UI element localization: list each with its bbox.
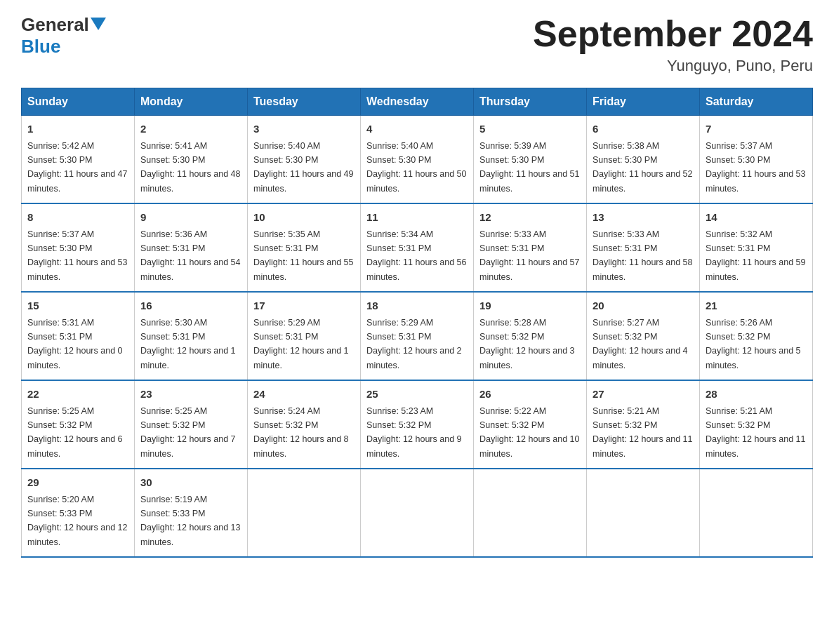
calendar-table: SundayMondayTuesdayWednesdayThursdayFrid…: [21, 88, 813, 558]
calendar-cell: 13Sunrise: 5:33 AMSunset: 5:31 PMDayligh…: [587, 203, 700, 292]
calendar-cell: 15Sunrise: 5:31 AMSunset: 5:31 PMDayligh…: [22, 292, 135, 380]
calendar-cell: [248, 469, 361, 557]
day-number: 30: [140, 475, 241, 491]
calendar-cell: 8Sunrise: 5:37 AMSunset: 5:30 PMDaylight…: [22, 203, 135, 292]
calendar-week-row: 15Sunrise: 5:31 AMSunset: 5:31 PMDayligh…: [22, 292, 813, 380]
calendar-cell: [587, 469, 700, 557]
day-info: Sunrise: 5:25 AMSunset: 5:32 PMDaylight:…: [27, 406, 123, 459]
calendar-cell: 21Sunrise: 5:26 AMSunset: 5:32 PMDayligh…: [700, 292, 813, 380]
calendar-cell: 18Sunrise: 5:29 AMSunset: 5:31 PMDayligh…: [361, 292, 474, 380]
day-number: 22: [27, 387, 128, 403]
calendar-cell: 20Sunrise: 5:27 AMSunset: 5:32 PMDayligh…: [587, 292, 700, 380]
header-monday: Monday: [135, 88, 248, 116]
calendar-cell: 2Sunrise: 5:41 AMSunset: 5:30 PMDaylight…: [135, 116, 248, 204]
day-number: 24: [253, 387, 355, 403]
calendar-cell: 1Sunrise: 5:42 AMSunset: 5:30 PMDaylight…: [22, 116, 135, 204]
header-saturday: Saturday: [700, 88, 813, 116]
day-number: 2: [140, 121, 241, 137]
calendar-cell: 29Sunrise: 5:20 AMSunset: 5:33 PMDayligh…: [22, 469, 135, 557]
title-section: September 2024 Yunguyo, Puno, Peru: [533, 14, 813, 75]
day-info: Sunrise: 5:22 AMSunset: 5:32 PMDaylight:…: [479, 406, 579, 459]
day-info: Sunrise: 5:25 AMSunset: 5:32 PMDaylight:…: [140, 406, 236, 459]
day-info: Sunrise: 5:19 AMSunset: 5:33 PMDaylight:…: [140, 495, 240, 547]
calendar-header-row: SundayMondayTuesdayWednesdayThursdayFrid…: [22, 88, 813, 116]
day-number: 6: [593, 121, 694, 137]
day-info: Sunrise: 5:37 AMSunset: 5:30 PMDaylight:…: [706, 141, 805, 194]
day-number: 25: [366, 387, 468, 403]
day-number: 23: [140, 387, 241, 403]
day-number: 3: [253, 121, 355, 137]
day-number: 1: [27, 121, 128, 137]
day-number: 27: [593, 387, 694, 403]
calendar-cell: 16Sunrise: 5:30 AMSunset: 5:31 PMDayligh…: [135, 292, 248, 380]
day-number: 28: [706, 387, 807, 403]
calendar-cell: 22Sunrise: 5:25 AMSunset: 5:32 PMDayligh…: [22, 380, 135, 469]
calendar-cell: 6Sunrise: 5:38 AMSunset: 5:30 PMDaylight…: [587, 116, 700, 204]
day-number: 16: [140, 298, 241, 314]
day-info: Sunrise: 5:27 AMSunset: 5:32 PMDaylight:…: [593, 318, 688, 370]
logo-blue-text: Blue: [21, 36, 60, 57]
calendar-week-row: 29Sunrise: 5:20 AMSunset: 5:33 PMDayligh…: [22, 469, 813, 557]
day-info: Sunrise: 5:40 AMSunset: 5:30 PMDaylight:…: [253, 141, 353, 194]
header-tuesday: Tuesday: [248, 88, 361, 116]
day-info: Sunrise: 5:34 AMSunset: 5:31 PMDaylight:…: [366, 229, 466, 282]
header-sunday: Sunday: [22, 88, 135, 116]
calendar-cell: 27Sunrise: 5:21 AMSunset: 5:32 PMDayligh…: [587, 380, 700, 469]
calendar-cell: 9Sunrise: 5:36 AMSunset: 5:31 PMDaylight…: [135, 203, 248, 292]
day-info: Sunrise: 5:28 AMSunset: 5:32 PMDaylight:…: [479, 318, 575, 370]
day-info: Sunrise: 5:29 AMSunset: 5:31 PMDaylight:…: [366, 318, 462, 370]
day-info: Sunrise: 5:24 AMSunset: 5:32 PMDaylight:…: [253, 406, 349, 459]
day-number: 4: [366, 121, 468, 137]
day-number: 14: [706, 210, 807, 226]
day-info: Sunrise: 5:32 AMSunset: 5:31 PMDaylight:…: [706, 229, 805, 282]
day-number: 19: [479, 298, 581, 314]
header-thursday: Thursday: [474, 88, 587, 116]
logo-triangle-icon: [91, 18, 106, 33]
calendar-week-row: 1Sunrise: 5:42 AMSunset: 5:30 PMDaylight…: [22, 116, 813, 204]
logo: General Blue: [21, 14, 106, 58]
day-info: Sunrise: 5:42 AMSunset: 5:30 PMDaylight:…: [27, 141, 127, 194]
day-info: Sunrise: 5:29 AMSunset: 5:31 PMDaylight:…: [253, 318, 349, 370]
day-info: Sunrise: 5:40 AMSunset: 5:30 PMDaylight:…: [366, 141, 466, 194]
day-info: Sunrise: 5:21 AMSunset: 5:32 PMDaylight:…: [593, 406, 692, 459]
day-info: Sunrise: 5:37 AMSunset: 5:30 PMDaylight:…: [27, 229, 127, 282]
day-info: Sunrise: 5:31 AMSunset: 5:31 PMDaylight:…: [27, 318, 123, 370]
day-info: Sunrise: 5:41 AMSunset: 5:30 PMDaylight:…: [140, 141, 240, 194]
calendar-cell: [474, 469, 587, 557]
calendar-title: September 2024: [533, 14, 813, 54]
svg-marker-0: [91, 18, 106, 30]
day-number: 5: [479, 121, 581, 137]
day-number: 11: [366, 210, 468, 226]
day-info: Sunrise: 5:38 AMSunset: 5:30 PMDaylight:…: [593, 141, 692, 194]
calendar-week-row: 8Sunrise: 5:37 AMSunset: 5:30 PMDaylight…: [22, 203, 813, 292]
day-info: Sunrise: 5:20 AMSunset: 5:33 PMDaylight:…: [27, 495, 127, 547]
calendar-cell: 11Sunrise: 5:34 AMSunset: 5:31 PMDayligh…: [361, 203, 474, 292]
page-header: General Blue September 2024 Yunguyo, Pun…: [21, 14, 813, 75]
calendar-cell: 23Sunrise: 5:25 AMSunset: 5:32 PMDayligh…: [135, 380, 248, 469]
calendar-cell: 30Sunrise: 5:19 AMSunset: 5:33 PMDayligh…: [135, 469, 248, 557]
calendar-cell: 10Sunrise: 5:35 AMSunset: 5:31 PMDayligh…: [248, 203, 361, 292]
calendar-cell: 17Sunrise: 5:29 AMSunset: 5:31 PMDayligh…: [248, 292, 361, 380]
calendar-cell: [700, 469, 813, 557]
day-info: Sunrise: 5:26 AMSunset: 5:32 PMDaylight:…: [706, 318, 801, 370]
day-info: Sunrise: 5:36 AMSunset: 5:31 PMDaylight:…: [140, 229, 240, 282]
calendar-cell: 7Sunrise: 5:37 AMSunset: 5:30 PMDaylight…: [700, 116, 813, 204]
calendar-cell: 24Sunrise: 5:24 AMSunset: 5:32 PMDayligh…: [248, 380, 361, 469]
calendar-cell: 4Sunrise: 5:40 AMSunset: 5:30 PMDaylight…: [361, 116, 474, 204]
calendar-cell: 25Sunrise: 5:23 AMSunset: 5:32 PMDayligh…: [361, 380, 474, 469]
day-info: Sunrise: 5:23 AMSunset: 5:32 PMDaylight:…: [366, 406, 462, 459]
calendar-cell: [361, 469, 474, 557]
calendar-cell: 14Sunrise: 5:32 AMSunset: 5:31 PMDayligh…: [700, 203, 813, 292]
calendar-cell: 12Sunrise: 5:33 AMSunset: 5:31 PMDayligh…: [474, 203, 587, 292]
logo-general-text: General: [21, 14, 89, 36]
day-number: 15: [27, 298, 128, 314]
day-info: Sunrise: 5:35 AMSunset: 5:31 PMDaylight:…: [253, 229, 353, 282]
calendar-week-row: 22Sunrise: 5:25 AMSunset: 5:32 PMDayligh…: [22, 380, 813, 469]
day-number: 17: [253, 298, 355, 314]
day-number: 18: [366, 298, 468, 314]
calendar-subtitle: Yunguyo, Puno, Peru: [533, 57, 813, 75]
day-number: 20: [593, 298, 694, 314]
day-info: Sunrise: 5:33 AMSunset: 5:31 PMDaylight:…: [593, 229, 692, 282]
header-friday: Friday: [587, 88, 700, 116]
calendar-cell: 3Sunrise: 5:40 AMSunset: 5:30 PMDaylight…: [248, 116, 361, 204]
